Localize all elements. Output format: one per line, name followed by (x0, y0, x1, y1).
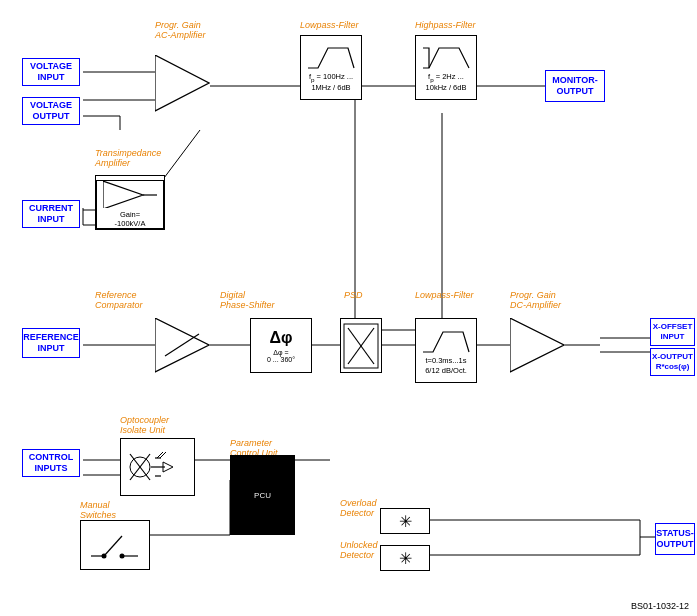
transimpedance-symbol (103, 181, 158, 208)
lowpass-filter-2-label: Lowpass-Filter (415, 290, 474, 300)
reference-comparator-symbol (155, 318, 210, 373)
voltage-input-block: VOLTAGEINPUT (22, 58, 80, 86)
parameter-control-block: PCU (230, 455, 295, 535)
svg-marker-33 (155, 55, 209, 111)
lowpass-filter-1-block: fp = 100Hz ...1MHz / 6dB (300, 35, 362, 100)
optocoupler-label: OptocouplerIsolate Unit (120, 415, 169, 435)
current-input-block: CURRENTINPUT (22, 200, 80, 228)
transimpedance-block: Gain=-100kV/A (95, 175, 165, 230)
status-output-block: STATUS-OUTPUT (655, 523, 695, 555)
highpass-filter-label: Highpass-Filter (415, 20, 476, 30)
progr-gain-dc-label: Progr. GainDC-Amplifier (510, 290, 561, 310)
manual-switches-label: ManualSwitches (80, 500, 116, 520)
bs-label: BS01-1032-12 (631, 601, 689, 611)
highpass-filter-block: fp = 2Hz ...10kHz / 6dB (415, 35, 477, 100)
svg-line-54 (104, 536, 122, 556)
svg-marker-43 (510, 318, 564, 372)
lowpass2-symbol (421, 326, 471, 356)
svg-line-52 (160, 452, 166, 458)
x-offset-input-block: X-OFFSETINPUT (650, 318, 695, 346)
psd-symbol (343, 323, 379, 369)
x-output-block: X-OUTPUTR*cos(φ) (650, 348, 695, 376)
optocoupler-block (120, 438, 195, 496)
manual-switches-symbol (86, 526, 144, 564)
svg-point-56 (102, 554, 107, 559)
psd-block (340, 318, 382, 373)
diagram: VOLTAGEINPUT VOLTAGEOUTPUT Progr. GainAC… (0, 0, 697, 616)
lowpass-filter-2-block: t=0.3ms...1s6/12 dB/Oct. (415, 318, 477, 383)
monitor-output-block: MONITOR-OUTPUT (545, 70, 605, 102)
progr-gain-ac-label: Progr. GainAC-Amplifier (155, 20, 206, 40)
svg-point-57 (120, 554, 125, 559)
control-inputs-block: CONTROLINPUTS (22, 449, 80, 477)
optocoupler-symbol (125, 444, 190, 490)
overload-detector-label: OverloadDetector (340, 498, 377, 518)
unlocked-detector-label: UnlockedDetector (340, 540, 378, 560)
lowpass-filter-1-label: Lowpass-Filter (300, 20, 359, 30)
psd-label: PSD (344, 290, 363, 300)
svg-marker-34 (103, 181, 143, 208)
highpass-symbol (421, 42, 471, 72)
digital-phase-shifter-label: DigitalPhase-Shifter (220, 290, 275, 310)
dc-amplifier-symbol (510, 318, 565, 373)
lowpass-symbol (306, 42, 356, 72)
unlocked-detector-block: ✳ (380, 545, 430, 571)
transimpedance-label: TransimpedanceAmplifier (95, 148, 161, 168)
svg-line-51 (157, 452, 163, 458)
reference-input-block: REFERENCEINPUT (22, 328, 80, 358)
reference-comparator-label: ReferenceComparator (95, 290, 143, 310)
voltage-output-block: VOLTAGEOUTPUT (22, 97, 80, 125)
manual-switches-block (80, 520, 150, 570)
ac-amplifier-symbol (155, 55, 210, 113)
phase-shifter-block: Δφ Δφ =0 ... 360° (250, 318, 312, 373)
overload-detector-block: ✳ (380, 508, 430, 534)
